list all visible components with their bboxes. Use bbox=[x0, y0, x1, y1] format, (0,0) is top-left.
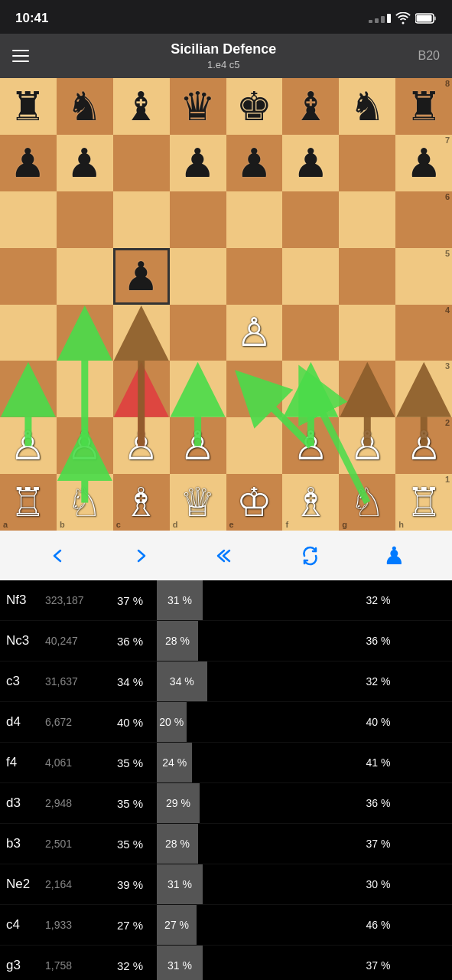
board-cell-e1[interactable]: ♔e bbox=[226, 474, 283, 531]
board-cell-b7[interactable]: ♟ bbox=[57, 135, 113, 191]
table-row[interactable]: c41,93327 %27 %46 % bbox=[0, 905, 452, 946]
move-name: d3 bbox=[0, 788, 42, 818]
board-cell-f4[interactable] bbox=[282, 305, 339, 361]
prev-button[interactable] bbox=[41, 539, 74, 573]
pawn-button[interactable]: ♟ bbox=[378, 539, 411, 573]
board-cell-e5[interactable] bbox=[226, 248, 283, 305]
board-cell-b1[interactable]: ♘b bbox=[57, 474, 113, 531]
board-cell-a1[interactable]: ♖a bbox=[0, 474, 57, 531]
board-cell-c2[interactable]: ♙ bbox=[113, 417, 170, 474]
board-cell-f8[interactable]: ♝ bbox=[282, 78, 339, 135]
board-cell-e4[interactable]: ♙ bbox=[226, 305, 283, 361]
board-cell-c1[interactable]: ♗c bbox=[113, 474, 170, 531]
board-cell-b4[interactable] bbox=[57, 305, 113, 361]
board-cell-c4[interactable] bbox=[113, 305, 170, 361]
board-cell-h1[interactable]: ♖1h bbox=[395, 474, 452, 531]
board-cell-g7[interactable] bbox=[339, 135, 395, 191]
board-cell-g6[interactable] bbox=[339, 191, 395, 248]
board-cell-f6[interactable] bbox=[282, 191, 339, 248]
board-cell-b5[interactable] bbox=[57, 248, 113, 305]
board-cell-f5[interactable] bbox=[282, 248, 339, 305]
board-cell-c5[interactable]: ♟ bbox=[113, 248, 170, 305]
black-bar-cell: 41 % bbox=[304, 743, 452, 782]
board-cell-g2[interactable]: ♙ bbox=[339, 417, 395, 474]
board-cell-g3[interactable] bbox=[339, 361, 395, 417]
table-row[interactable]: Nf3323,18737 %31 %32 % bbox=[0, 580, 452, 621]
battery-icon bbox=[415, 13, 437, 24]
draw-bar-cell: 31 % bbox=[157, 580, 304, 620]
board-cell-a6[interactable] bbox=[0, 191, 57, 248]
table-row[interactable]: d32,94835 %29 %36 % bbox=[0, 783, 452, 824]
board-cell-a2[interactable]: ♙ bbox=[0, 417, 57, 474]
board-cell-h5[interactable]: 5 bbox=[395, 248, 452, 305]
board-cell-f1[interactable]: ♗f bbox=[282, 474, 339, 531]
signal-icon bbox=[369, 14, 391, 23]
board-cell-g5[interactable] bbox=[339, 248, 395, 305]
black-bar-cell: 37 % bbox=[304, 824, 452, 864]
board-cell-d2[interactable]: ♙ bbox=[170, 417, 226, 474]
board-cell-e2[interactable] bbox=[226, 417, 283, 474]
game-count: 2,501 bbox=[42, 830, 103, 858]
white-percent: 36 % bbox=[103, 627, 157, 655]
board-cell-c6[interactable] bbox=[113, 191, 170, 248]
board-cell-h6[interactable]: 6 bbox=[395, 191, 452, 248]
board-cell-e8[interactable]: ♚ bbox=[226, 78, 283, 135]
board-cell-f2[interactable]: ♙ bbox=[282, 417, 339, 474]
board-cell-g4[interactable] bbox=[339, 305, 395, 361]
board-cell-b3[interactable] bbox=[57, 361, 113, 417]
board-cell-b8[interactable]: ♞ bbox=[57, 78, 113, 135]
board-cell-b2[interactable]: ♙ bbox=[57, 417, 113, 474]
rewind-button[interactable] bbox=[209, 539, 242, 573]
board-cell-d5[interactable] bbox=[170, 248, 226, 305]
board-cell-e3[interactable] bbox=[226, 361, 283, 417]
board-cell-d3[interactable] bbox=[170, 361, 226, 417]
board-cell-g1[interactable]: ♘g bbox=[339, 474, 395, 531]
move-name: Ne2 bbox=[0, 869, 42, 900]
black-bar-cell: 40 % bbox=[304, 702, 452, 742]
board-cell-h8[interactable]: ♜8 bbox=[395, 78, 452, 135]
table-row[interactable]: c331,63734 %34 %32 % bbox=[0, 662, 452, 702]
board-cell-b6[interactable] bbox=[57, 191, 113, 248]
board-cell-d8[interactable]: ♛ bbox=[170, 78, 226, 135]
black-bar-cell: 37 % bbox=[304, 946, 452, 980]
board-cell-e7[interactable]: ♟ bbox=[226, 135, 283, 191]
board-cell-a3[interactable] bbox=[0, 361, 57, 417]
board-cell-f7[interactable]: ♟ bbox=[282, 135, 339, 191]
board-cell-c7[interactable] bbox=[113, 135, 170, 191]
table-row[interactable]: Nc340,24736 %28 %36 % bbox=[0, 621, 452, 662]
board-cell-d6[interactable] bbox=[170, 191, 226, 248]
menu-button[interactable] bbox=[12, 50, 29, 62]
table-row[interactable]: f44,06135 %24 %41 % bbox=[0, 743, 452, 783]
table-row[interactable]: b32,50135 %28 %37 % bbox=[0, 824, 452, 864]
rotate-button[interactable] bbox=[294, 539, 327, 573]
next-button[interactable] bbox=[125, 539, 158, 573]
board-cell-c8[interactable]: ♝ bbox=[113, 78, 170, 135]
board-cell-h7[interactable]: ♟7 bbox=[395, 135, 452, 191]
table-row[interactable]: Ne22,16439 %31 %30 % bbox=[0, 864, 452, 905]
board-cell-f3[interactable] bbox=[282, 361, 339, 417]
draw-bar-cell: 31 % bbox=[157, 946, 304, 980]
draw-bar-cell: 20 % bbox=[157, 702, 304, 742]
board-cell-g8[interactable]: ♞ bbox=[339, 78, 395, 135]
board-cell-h4[interactable]: 4 bbox=[395, 305, 452, 361]
black-bar-cell: 46 % bbox=[304, 905, 452, 945]
board-cell-c3[interactable] bbox=[113, 361, 170, 417]
white-percent: 39 % bbox=[103, 871, 157, 899]
board-cell-a7[interactable]: ♟ bbox=[0, 135, 57, 191]
board-cell-h2[interactable]: ♙2 bbox=[395, 417, 452, 474]
eco-code: B20 bbox=[418, 49, 440, 63]
board-cell-a8[interactable]: ♜ bbox=[0, 78, 57, 135]
board-cell-d1[interactable]: ♕d bbox=[170, 474, 226, 531]
opening-moves: 1.e4 c5 bbox=[29, 59, 418, 70]
board-cell-a4[interactable] bbox=[0, 305, 57, 361]
table-row[interactable]: d46,67240 %20 %40 % bbox=[0, 702, 452, 743]
board-cell-e6[interactable] bbox=[226, 191, 283, 248]
draw-bar-cell: 24 % bbox=[157, 743, 304, 782]
board-cell-h3[interactable]: 3 bbox=[395, 361, 452, 417]
game-count: 40,247 bbox=[42, 627, 103, 655]
board-cell-d7[interactable]: ♟ bbox=[170, 135, 226, 191]
chess-board[interactable]: ♜♞♝♛♚♝♞♜8♟♟♟♟♟♟76♟5♙43♙♙♙♙♙♙♙2♖a♘b♗c♕d♔e… bbox=[0, 78, 452, 531]
table-row[interactable]: g31,75832 %31 %37 % bbox=[0, 946, 452, 980]
board-cell-a5[interactable] bbox=[0, 248, 57, 305]
board-cell-d4[interactable] bbox=[170, 305, 226, 361]
